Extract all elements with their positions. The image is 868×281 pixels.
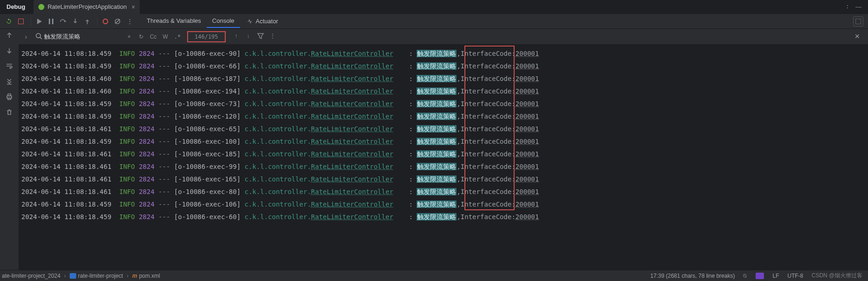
breadcrumb-text: ate-limiter-project_2024 xyxy=(2,273,60,279)
cursor-position[interactable]: 17:39 (2681 chars, 78 line breaks) xyxy=(650,273,735,279)
view-breakpoints-button[interactable] xyxy=(100,16,111,27)
resume-button[interactable] xyxy=(34,16,44,27)
ai-assistant-icon[interactable] xyxy=(756,273,764,279)
prev-match-button[interactable]: ↑ xyxy=(230,33,242,40)
log-line: 2024-06-14 11:08:18.459 INFO 2824 --- [-… xyxy=(21,110,868,123)
log-line: 2024-06-14 11:08:18.459 INFO 2824 --- [o… xyxy=(21,98,868,110)
line-separator-indicator[interactable]: ⦰ xyxy=(743,273,747,279)
soft-wrap-button[interactable] xyxy=(6,62,13,71)
expand-search-icon[interactable]: › xyxy=(21,33,31,40)
log-line: 2024-06-14 11:08:18.461 INFO 2824 --- [-… xyxy=(21,148,868,161)
svg-point-0 xyxy=(39,4,45,10)
encoding-indicator[interactable]: UTF-8 xyxy=(787,273,803,279)
print-button[interactable] xyxy=(6,93,13,102)
maven-file-icon: m xyxy=(132,273,137,279)
log-line: 2024-06-14 11:08:18.461 INFO 2824 --- [o… xyxy=(21,123,868,135)
log-line: 2024-06-14 11:08:18.459 INFO 2824 --- [o… xyxy=(21,211,868,223)
actuator-icon xyxy=(247,18,253,25)
breadcrumb-segment-1[interactable]: ate-limiter-project_2024 xyxy=(0,273,62,279)
clear-button[interactable] xyxy=(6,108,13,117)
log-line: 2024-06-14 11:08:18.459 INFO 2824 --- [-… xyxy=(21,135,868,148)
log-line: 2024-06-14 11:08:18.459 INFO 2824 --- [o… xyxy=(21,47,868,60)
match-case-button[interactable]: Cc xyxy=(147,33,159,40)
svg-rect-1 xyxy=(18,19,24,24)
breadcrumb-segment-3[interactable]: mpom.xml xyxy=(131,273,162,279)
step-over-button[interactable] xyxy=(58,16,68,27)
history-button[interactable]: ↻ xyxy=(135,33,147,40)
filter-button[interactable] xyxy=(255,33,267,40)
rerun-button[interactable] xyxy=(4,16,14,27)
spring-icon xyxy=(38,4,45,10)
step-out-button[interactable] xyxy=(82,16,92,27)
svg-rect-9 xyxy=(8,94,11,96)
breadcrumb-text: pom.xml xyxy=(139,273,160,279)
search-input[interactable] xyxy=(44,33,123,40)
regex-button[interactable]: .* xyxy=(171,33,183,40)
close-tab-icon[interactable]: × xyxy=(131,3,135,11)
tab-actuator[interactable]: Actuator xyxy=(247,18,278,25)
debug-tab-label[interactable]: Debug xyxy=(0,3,33,10)
run-config-name: RateLimiterProjectApplication xyxy=(47,3,127,10)
log-line: 2024-06-14 11:08:18.461 INFO 2824 --- [o… xyxy=(21,161,868,173)
step-into-button[interactable] xyxy=(70,16,80,27)
svg-point-4 xyxy=(103,19,108,24)
clear-search-button[interactable]: × xyxy=(123,33,135,40)
layout-settings-button[interactable] xyxy=(853,16,863,27)
tab-console[interactable]: Console xyxy=(207,14,240,28)
svg-point-11 xyxy=(36,33,40,37)
folder-icon xyxy=(70,273,76,279)
chevron-right-icon: › xyxy=(127,273,129,279)
run-config-tab[interactable]: RateLimiterProjectApplication × xyxy=(33,0,140,14)
scroll-to-end-button[interactable] xyxy=(6,78,13,87)
chevron-right-icon: › xyxy=(64,273,66,279)
log-line: 2024-06-14 11:08:18.461 INFO 2824 --- [o… xyxy=(21,186,868,198)
log-line: 2024-06-14 11:08:18.460 INFO 2824 --- [-… xyxy=(21,73,868,85)
scroll-down-button[interactable] xyxy=(6,47,13,56)
pause-button[interactable] xyxy=(46,16,56,27)
minimize-icon[interactable]: — xyxy=(855,3,861,10)
svg-line-12 xyxy=(40,37,42,39)
svg-rect-3 xyxy=(52,19,53,24)
watermark-text: CSDN @烟火缭过客 xyxy=(811,272,862,280)
svg-rect-10 xyxy=(8,98,11,100)
line-ending-indicator[interactable]: LF xyxy=(772,273,779,279)
console-output[interactable]: 2024-06-14 11:08:18.459 INFO 2824 --- [o… xyxy=(19,45,868,270)
search-counter: 146/195 xyxy=(187,31,226,42)
log-line: 2024-06-14 11:08:18.460 INFO 2824 --- [-… xyxy=(21,85,868,98)
breadcrumb-text: rate-limiter-project xyxy=(78,273,123,279)
log-line: 2024-06-14 11:08:18.459 INFO 2824 --- [-… xyxy=(21,198,868,211)
next-match-button[interactable]: ↓ xyxy=(242,33,255,40)
log-line: 2024-06-14 11:08:18.459 INFO 2824 --- [o… xyxy=(21,60,868,73)
actuator-label: Actuator xyxy=(256,18,278,25)
breadcrumb-segment-2[interactable]: rate-limiter-project xyxy=(68,273,125,279)
whole-word-button[interactable]: W xyxy=(159,33,171,40)
log-line: 2024-06-14 11:08:18.461 INFO 2824 --- [-… xyxy=(21,173,868,186)
search-icon xyxy=(35,33,42,41)
mute-breakpoints-button[interactable] xyxy=(112,16,123,27)
more-actions-button[interactable]: ⋮ xyxy=(124,16,135,27)
svg-rect-7 xyxy=(855,19,861,24)
stop-button[interactable] xyxy=(16,16,26,27)
svg-rect-2 xyxy=(49,19,50,24)
more-icon[interactable]: ∶ xyxy=(847,3,848,10)
search-more-button[interactable]: ⋮ xyxy=(267,33,279,40)
scroll-up-button[interactable] xyxy=(6,32,13,40)
close-search-button[interactable]: × xyxy=(855,32,860,41)
tab-threads-variables[interactable]: Threads & Variables xyxy=(141,14,207,28)
